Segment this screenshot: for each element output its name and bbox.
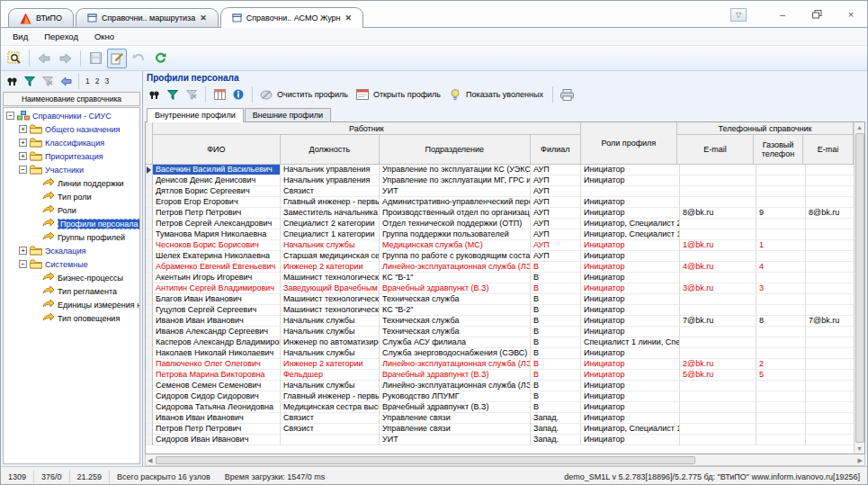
cell-gas-phone[interactable]: 4 [756, 262, 806, 273]
cell-gas-phone[interactable] [756, 337, 806, 348]
cell-email[interactable] [680, 186, 756, 197]
cell-email[interactable]: 3@bk.ru [680, 283, 756, 294]
cell-gas-phone[interactable] [756, 402, 806, 413]
cell-email2[interactable] [806, 197, 854, 208]
table-row[interactable]: Касперов Александр ВладимировичИнженер п… [146, 337, 854, 348]
table-row[interactable]: Петров Петр ПетровичСвязистУправление св… [146, 424, 854, 435]
cell-gas-phone[interactable] [756, 197, 806, 208]
cell-department[interactable]: Отдел технической поддержки (ОТП) [380, 219, 531, 229]
cell-roles[interactable]: Инициатор [581, 316, 680, 327]
tab-list-dropdown-button[interactable]: ▽ [730, 8, 747, 22]
cell-fio[interactable]: Антипин Сергей Владимирович [153, 283, 281, 294]
forward-button[interactable] [56, 49, 76, 68]
cell-department[interactable]: Производственный отдел по организации э [380, 208, 531, 219]
cell-gas-phone[interactable]: 8 [756, 316, 806, 327]
cell-branch[interactable]: В [531, 381, 581, 391]
cell-position[interactable]: Заместитель начальника упра [281, 208, 380, 219]
cell-roles[interactable]: Инициатор [581, 283, 680, 294]
cell-fio[interactable]: Сидоров Иван Иванович [153, 435, 281, 445]
search-dialog-button[interactable] [4, 49, 24, 68]
cell-department[interactable]: Административно-управленческий персона [380, 197, 531, 208]
tree-item[interactable]: Тип оповещения [4, 311, 139, 325]
menu-window[interactable]: Окно [86, 30, 122, 43]
table-row[interactable]: Васечкин Василий ВасильевичНачальник упр… [146, 165, 854, 175]
minimize-button[interactable]: – [772, 6, 793, 22]
tab-doc-routing[interactable]: Справочни.. маршрутиза ✕ [76, 8, 219, 27]
cell-roles[interactable]: Инициатор [581, 197, 680, 208]
cell-email2[interactable] [806, 229, 854, 240]
cell-gas-phone[interactable] [756, 229, 806, 240]
table-row[interactable]: Абраменко Евгений ЕвгеньевичИнженер 2 ка… [146, 262, 854, 273]
table-row[interactable]: Петров Петр ПетровичЗаместитель начальни… [146, 208, 854, 219]
cell-email2[interactable] [806, 327, 854, 337]
cell-gas-phone[interactable]: 3 [756, 283, 806, 294]
vertical-scrollbar[interactable]: ▲ ▼ [854, 122, 864, 454]
cell-gas-phone[interactable]: 1 [756, 240, 806, 251]
cell-position[interactable]: Главный инженер - первый зам [281, 391, 380, 402]
cell-email2[interactable] [806, 413, 854, 424]
tab-doc-asmo-journal[interactable]: Справочни.. АСМО Журн ✕ [220, 7, 363, 28]
cell-position[interactable]: Машинист технологических ко [281, 305, 380, 316]
cell-department[interactable]: Группа поддержки пользователей [380, 229, 531, 240]
table-row[interactable]: Чесноков Борис БорисовичНачальник службы… [146, 240, 854, 251]
scroll-right-icon[interactable]: ▶ [856, 455, 864, 465]
cell-fio[interactable]: Иванов Иван Иванович [153, 316, 281, 327]
cell-branch[interactable]: АУП [531, 251, 581, 262]
tree-level-1-button[interactable]: 1 [84, 76, 92, 85]
cell-gas-phone[interactable] [756, 175, 806, 186]
cell-gas-phone[interactable] [756, 391, 806, 402]
table-row[interactable]: Денисов Денис ДенисовичНачальник управле… [146, 175, 854, 186]
tab-close-icon[interactable]: ✕ [345, 13, 353, 22]
cell-branch[interactable]: АУП [531, 219, 581, 229]
open-profile-button[interactable]: Открыть профиль [373, 90, 441, 99]
cell-gas-phone[interactable] [756, 186, 806, 197]
cell-gas-phone[interactable] [756, 219, 806, 229]
tree-item[interactable]: −Справочники - СИУС [4, 109, 139, 122]
table-row[interactable]: Благов Иван ИвановичМашинист технологиче… [146, 294, 854, 305]
col-header-fio[interactable]: ФИО [153, 135, 281, 165]
close-button[interactable]: × [840, 6, 862, 22]
cell-branch[interactable]: В [531, 327, 581, 337]
cell-email[interactable] [680, 424, 756, 435]
cell-branch[interactable]: АУП [531, 175, 581, 186]
cell-email[interactable] [680, 273, 756, 283]
cell-email[interactable] [680, 229, 756, 240]
cell-roles[interactable]: Инициатор [581, 165, 680, 175]
cell-position[interactable]: Начальник службы [281, 348, 380, 359]
cell-gas-phone[interactable] [756, 348, 806, 359]
show-fired-button[interactable]: Показать уволенных [466, 90, 543, 99]
scroll-down-icon[interactable]: ▼ [856, 444, 863, 454]
cell-department[interactable]: Группа по работе с руководящим составом [380, 251, 531, 262]
cell-position[interactable]: Начальник службы [281, 327, 380, 337]
cell-fio[interactable]: Гуцулов Сергей Сергеевич [153, 305, 281, 316]
cell-roles[interactable]: Специалист 1 линии, Специал [581, 337, 680, 348]
cell-fio[interactable]: Васечкин Василий Васильевич [153, 165, 281, 175]
cell-position[interactable]: Медицинская сестра высшей к [281, 402, 380, 413]
tree-item[interactable]: +Классификация [4, 136, 139, 149]
tab-app-home[interactable]: ВТиПО [8, 8, 74, 27]
cell-department[interactable]: Врачебный здравпункт (В.З) [380, 402, 531, 413]
expand-node-icon[interactable]: + [19, 125, 27, 133]
cell-department[interactable]: КС "В-1" [380, 273, 531, 283]
cell-department[interactable]: Техническая служба [380, 294, 531, 305]
show-fired-icon[interactable] [447, 85, 463, 104]
cell-roles[interactable]: Инициатор [581, 273, 680, 283]
group-header-worker[interactable]: Работник [153, 122, 581, 135]
cell-department[interactable]: Техническая служба [380, 327, 531, 337]
cell-email2[interactable] [806, 175, 854, 186]
cell-branch[interactable]: В [531, 348, 581, 359]
cell-roles[interactable]: Инициатор [581, 348, 680, 359]
cell-fio[interactable]: Сидоров Сидор Сидорович [153, 391, 281, 402]
table-row[interactable]: Туманова Мария НиколаевнаСпециалист 1 ка… [146, 229, 854, 240]
cell-email[interactable] [680, 381, 756, 391]
cell-roles[interactable]: Инициатор [581, 327, 680, 337]
open-profile-icon[interactable] [354, 85, 371, 104]
cell-branch[interactable]: В [531, 273, 581, 283]
table-row[interactable]: Сидорова Татьяна ЛеонидовнаМедицинская с… [146, 402, 854, 413]
refresh-button[interactable] [150, 49, 170, 68]
cell-email2[interactable] [806, 424, 854, 435]
cell-email2[interactable]: 7@bk.ru [806, 316, 854, 327]
cell-position[interactable] [281, 435, 380, 445]
grid-clear-filter-icon[interactable] [183, 85, 200, 104]
cell-email2[interactable] [806, 262, 854, 273]
